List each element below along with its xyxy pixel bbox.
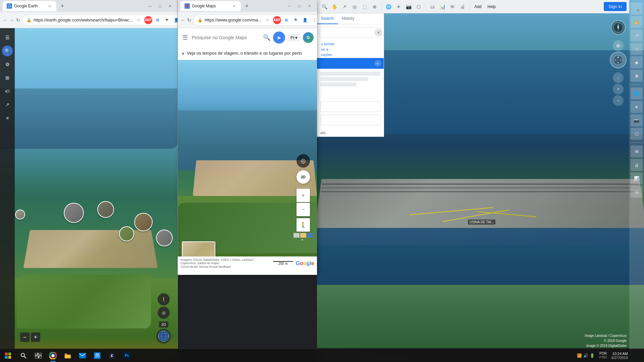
maps-avatar[interactable]: G xyxy=(303,32,314,43)
er-icon-13[interactable]: 📊 xyxy=(631,172,643,184)
history-tab[interactable]: History xyxy=(338,13,358,24)
tb-icon-10[interactable]: ⬡ xyxy=(414,2,423,11)
sv-circle-5[interactable] xyxy=(156,230,173,246)
maps-pegman[interactable]: 🚶 xyxy=(297,218,310,232)
nav-zoom-in[interactable]: + xyxy=(613,84,624,95)
flag-icon[interactable]: ⚑ xyxy=(163,16,171,24)
reload-btn[interactable]: ↻ xyxy=(16,15,20,25)
systray-sound[interactable]: 🔊 xyxy=(583,353,588,358)
tb-icon-1[interactable]: 🔍 xyxy=(320,2,329,11)
add-btn[interactable]: Add xyxy=(472,3,484,10)
earth-address-bar[interactable]: 🔒 https://earth.google.com/web/search/It… xyxy=(22,15,178,25)
sidebar-tours[interactable]: ≡ xyxy=(2,113,13,123)
maps-minimize-btn[interactable]: ─ xyxy=(285,1,294,11)
maps-menu-icon[interactable]: ⋮ xyxy=(311,16,317,24)
er-icon-1[interactable]: 🔍 xyxy=(631,3,643,15)
forward-btn[interactable]: → xyxy=(9,15,14,25)
maps-address-bar[interactable]: 🔒 https://www.google.com/ma... ☆ ABP N ⚑… xyxy=(193,15,317,25)
location-btn[interactable]: ◎ xyxy=(158,307,170,319)
er-icon-2[interactable]: ✋ xyxy=(631,16,643,28)
tb-icon-11[interactable]: 🗂 xyxy=(428,2,437,11)
maps-terrain-thumb[interactable] xyxy=(300,233,306,238)
maps-reload-btn[interactable]: ↻ xyxy=(187,15,191,25)
sv-circle-1[interactable] xyxy=(64,203,84,223)
maps-compass[interactable]: ◎ xyxy=(297,154,310,168)
systray-lang[interactable]: POR PTB2 xyxy=(597,352,609,359)
er-icon-10[interactable]: ⬡ xyxy=(631,128,643,140)
tb-icon-8[interactable]: ☀ xyxy=(394,2,403,11)
sidebar-layers[interactable]: ⊞ xyxy=(2,72,13,83)
maps-close-btn[interactable]: × xyxy=(305,1,314,11)
maps-hamburger[interactable]: ☰ xyxy=(181,33,189,43)
blue-bar-close[interactable]: × xyxy=(374,60,381,67)
maps-satellite-thumb[interactable] xyxy=(293,233,300,238)
er-icon-6[interactable]: ⊕ xyxy=(631,70,643,82)
maps-zoom-in[interactable]: + xyxy=(297,189,310,202)
earth-new-tab[interactable]: + xyxy=(58,1,67,11)
esp-link1[interactable]: s turístic xyxy=(321,42,335,46)
esp-link2[interactable]: ue a xyxy=(321,47,328,51)
nav-tilt[interactable]: ↕ xyxy=(613,72,624,83)
tb-icon-5[interactable]: ⬚ xyxy=(360,2,369,11)
maps-search-icon[interactable]: 🔍 xyxy=(263,34,270,41)
tb-icon-7[interactable]: 🌐 xyxy=(384,2,393,11)
taskbar-mail[interactable] xyxy=(75,349,90,362)
nav-rotate[interactable] xyxy=(610,52,627,68)
tb-icon-2[interactable]: ✋ xyxy=(330,2,339,11)
help-btn[interactable]: Help xyxy=(485,3,498,10)
maps-collapse-icon[interactable]: ▾ xyxy=(182,51,184,56)
maps-search-input[interactable] xyxy=(192,35,260,40)
maps-new-tab[interactable]: + xyxy=(242,1,252,11)
taskbar-store[interactable]: ≡ xyxy=(90,349,105,362)
zoom-out-btn[interactable]: − xyxy=(20,333,30,342)
taskbar-search[interactable] xyxy=(16,349,31,362)
maximize-btn[interactable]: □ xyxy=(155,1,165,11)
start-button[interactable] xyxy=(0,349,16,362)
maps-flag-icon[interactable]: ⚑ xyxy=(292,16,300,24)
earth-tab[interactable]: Google Earth × xyxy=(3,1,56,11)
sidebar-share[interactable]: ↗ xyxy=(2,99,13,110)
taskbar-explorer[interactable] xyxy=(60,349,75,362)
sv-circle-2[interactable] xyxy=(97,201,114,218)
er-icon-14[interactable]: 🗂 xyxy=(631,186,643,198)
maps-maximize-btn[interactable]: □ xyxy=(295,1,304,11)
sidebar-search[interactable]: 🔍 xyxy=(2,46,13,56)
maps-bookmark-icon[interactable]: ☆ xyxy=(264,16,272,24)
sidebar-settings[interactable]: ⚙ xyxy=(2,59,13,70)
sv-circle-4[interactable] xyxy=(119,226,134,241)
minimize-btn[interactable]: ─ xyxy=(145,1,155,11)
er-icon-5[interactable]: ◈ xyxy=(631,56,643,68)
taskbar-clock[interactable]: 10:24 AM 6/27/2019 xyxy=(609,352,631,360)
sidebar-menu[interactable]: ☰ xyxy=(2,32,13,43)
bookmark-icon[interactable]: ☆ xyxy=(135,16,143,24)
esp-field1[interactable] xyxy=(320,101,380,112)
tb-icon-3[interactable]: ↗ xyxy=(340,2,349,11)
panel-close-btn[interactable]: × xyxy=(374,28,382,37)
earth-map-content[interactable]: ☰ 🔍 ⚙ ⊞ 🏷 ↗ ≡ − + 🚶 ◎ 2D CNES / Airbus D… xyxy=(0,28,178,362)
nav-up[interactable]: ⊕ xyxy=(613,40,624,51)
tb-icon-14[interactable]: 🖨 xyxy=(458,2,467,11)
compass-rose[interactable] xyxy=(611,20,626,35)
maps-aerial-view[interactable]: ◎ 2D + − 🚶 ⌃ Mapa Imagens ©2019 DigitalG… xyxy=(178,60,317,270)
earth-tab-close[interactable]: × xyxy=(47,3,52,9)
taskbar-epic[interactable]: E xyxy=(105,349,119,362)
maps-2d-btn[interactable]: 2D xyxy=(297,170,310,184)
tb-icon-9[interactable]: 📷 xyxy=(404,2,413,11)
tb-icon-13[interactable]: ✉ xyxy=(448,2,457,11)
taskbar-task-view[interactable] xyxy=(31,349,46,362)
esp-field2[interactable] xyxy=(320,115,380,125)
pegman-icon[interactable]: 🚶 xyxy=(158,293,170,305)
maps-zoom-out[interactable]: − xyxy=(297,203,310,216)
maps-traffic-thumb[interactable] xyxy=(307,233,313,238)
nav-zoom-out[interactable]: − xyxy=(613,95,624,106)
sv-circle-3[interactable] xyxy=(134,213,153,231)
sidebar-bookmark[interactable]: 🏷 xyxy=(2,86,13,97)
systray-network[interactable]: 📶 xyxy=(577,353,582,358)
er-icon-9[interactable]: 📷 xyxy=(631,114,643,126)
zoom-in-btn[interactable]: + xyxy=(31,333,40,342)
maps-expand-icon[interactable]: ⌃ xyxy=(300,238,306,243)
show-desktop-btn[interactable] xyxy=(631,349,644,362)
er-icon-3[interactable]: ↗ xyxy=(631,29,643,42)
back-btn[interactable]: ← xyxy=(3,15,7,25)
tb-icon-12[interactable]: 📊 xyxy=(438,2,447,11)
